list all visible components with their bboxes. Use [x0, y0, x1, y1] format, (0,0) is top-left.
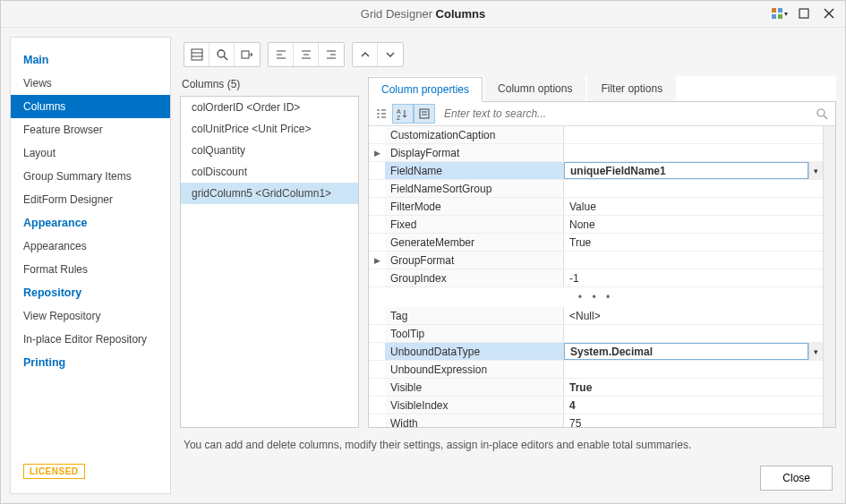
toolbar-indent-right-icon[interactable]	[319, 43, 344, 66]
property-search-input[interactable]	[440, 104, 816, 124]
svg-rect-4	[799, 9, 808, 18]
svg-rect-2	[772, 14, 776, 19]
svg-rect-3	[778, 14, 782, 19]
sidebar-item[interactable]: Columns	[11, 95, 170, 118]
property-grid[interactable]: CustomizationCaption▶DisplayFormatFieldN…	[369, 126, 823, 427]
dropdown-icon[interactable]: ▾	[808, 343, 823, 360]
property-row[interactable]: FieldNameSortGroup	[369, 180, 823, 198]
sidebar-item[interactable]: Group Summary Items	[11, 165, 170, 188]
toolbar-up-icon[interactable]	[353, 43, 378, 66]
property-value[interactable]: True	[564, 234, 823, 251]
toolbar	[180, 37, 836, 76]
property-value[interactable]	[564, 126, 823, 143]
tab[interactable]: Column options	[484, 76, 585, 101]
property-name: Visible	[385, 379, 564, 396]
sidebar-item[interactable]: Layout	[11, 141, 170, 165]
column-list-item[interactable]: colQuantity	[181, 140, 358, 161]
sidebar-item[interactable]: Feature Browser	[11, 118, 170, 141]
toolbar-export-icon[interactable]	[235, 43, 260, 66]
property-value[interactable]: -1	[564, 269, 823, 286]
property-value[interactable]: True	[564, 379, 823, 396]
toolbar-indent-center-icon[interactable]	[294, 43, 319, 66]
property-name: ToolTip	[385, 325, 564, 342]
expand-icon[interactable]: ▶	[369, 144, 385, 161]
svg-line-11	[224, 56, 227, 60]
property-row[interactable]: UnboundExpression	[369, 361, 823, 379]
expand-icon	[369, 269, 385, 286]
property-row[interactable]: VisibleTrue	[369, 379, 823, 397]
expand-icon	[369, 397, 385, 414]
property-value[interactable]: None	[564, 216, 823, 233]
expand-icon	[369, 361, 385, 378]
sidebar-section-header: Printing	[11, 351, 170, 374]
property-row[interactable]: ▶DisplayFormat	[369, 144, 823, 162]
column-list-item[interactable]: colUnitPrice <Unit Price>	[181, 118, 358, 140]
expand-icon	[369, 379, 385, 396]
property-row[interactable]: ▶GroupFormat	[369, 252, 823, 269]
expand-icon	[369, 126, 385, 143]
property-row[interactable]: Width75	[369, 414, 823, 427]
sidebar-item[interactable]: View Repository	[11, 304, 170, 328]
tab[interactable]: Filter options	[587, 76, 676, 101]
toolbar-search-icon[interactable]	[209, 43, 235, 66]
property-value[interactable]	[564, 144, 823, 161]
expand-icon[interactable]: ▶	[369, 252, 385, 269]
propgrid-alphabetical-icon[interactable]: AZ	[392, 104, 414, 124]
svg-rect-1	[778, 8, 782, 13]
sidebar-item[interactable]: EditForm Designer	[11, 188, 170, 211]
licensed-badge: LICENSED	[23, 464, 85, 479]
property-value[interactable]	[564, 361, 823, 378]
property-row[interactable]: FilterModeValue	[369, 198, 823, 216]
column-list-item[interactable]: colDiscount	[181, 161, 358, 183]
property-row[interactable]: FieldNameuniqueFieldName1▾	[369, 162, 823, 180]
property-value[interactable]: System.Decimal	[564, 343, 808, 360]
property-name: VisibleIndex	[385, 397, 564, 414]
property-row[interactable]: VisibleIndex4	[369, 397, 823, 414]
property-tabs: Column propertiesColumn optionsFilter op…	[368, 76, 836, 102]
property-row[interactable]: GenerateMemberTrue	[369, 234, 823, 252]
column-list-item[interactable]: gridColumn5 <GridColumn1>	[181, 183, 358, 204]
scrollbar[interactable]	[823, 126, 835, 427]
close-button[interactable]	[816, 1, 842, 26]
property-row[interactable]: CustomizationCaption	[369, 126, 823, 144]
property-name: Fixed	[385, 216, 564, 233]
toolbar-down-icon[interactable]	[378, 43, 403, 66]
property-value[interactable]: 75	[564, 414, 823, 427]
property-row[interactable]: FixedNone	[369, 216, 823, 234]
toolbar-grid-icon[interactable]	[184, 43, 209, 66]
dropdown-icon[interactable]: ▾	[808, 162, 823, 179]
sidebar-item[interactable]: Views	[11, 72, 170, 95]
expand-icon	[369, 343, 385, 360]
sidebar-section-header: Main	[11, 48, 170, 72]
columns-list[interactable]: colOrderID <Order ID>colUnitPrice <Unit …	[180, 96, 359, 428]
property-row[interactable]: ToolTip	[369, 325, 823, 343]
search-icon[interactable]	[816, 107, 833, 120]
sidebar-item[interactable]: Appearances	[11, 235, 170, 258]
expand-icon	[369, 414, 385, 427]
expand-icon	[369, 162, 385, 179]
property-value[interactable]: Value	[564, 198, 823, 215]
property-value[interactable]	[564, 252, 823, 269]
propgrid-categorized-icon[interactable]	[371, 104, 392, 124]
sidebar-item[interactable]: In-place Editor Repository	[11, 328, 170, 351]
close-footer-button[interactable]: Close	[760, 466, 833, 491]
propgrid-properties-icon[interactable]	[414, 104, 435, 124]
toolbar-indent-left-icon[interactable]	[269, 43, 294, 66]
sidebar-item[interactable]: Format Rules	[11, 258, 170, 281]
property-value[interactable]: 4	[564, 397, 823, 414]
maximize-button[interactable]	[791, 1, 816, 26]
property-value[interactable]: uniqueFieldName1	[564, 162, 808, 179]
property-value[interactable]	[564, 180, 823, 197]
property-value[interactable]	[564, 325, 823, 342]
layout-icon[interactable]: ▾	[766, 1, 791, 26]
tab[interactable]: Column properties	[368, 77, 483, 102]
property-row[interactable]: UnboundDataTypeSystem.Decimal▾	[369, 343, 823, 361]
property-row[interactable]: GroupIndex-1	[369, 269, 823, 287]
expand-icon	[369, 198, 385, 215]
property-value[interactable]: <Null>	[564, 307, 823, 324]
property-row[interactable]: Tag<Null>	[369, 307, 823, 325]
svg-line-34	[824, 115, 827, 119]
columns-list-header: Columns (5)	[180, 76, 359, 96]
property-name: DisplayFormat	[385, 144, 564, 161]
column-list-item[interactable]: colOrderID <Order ID>	[181, 97, 358, 118]
